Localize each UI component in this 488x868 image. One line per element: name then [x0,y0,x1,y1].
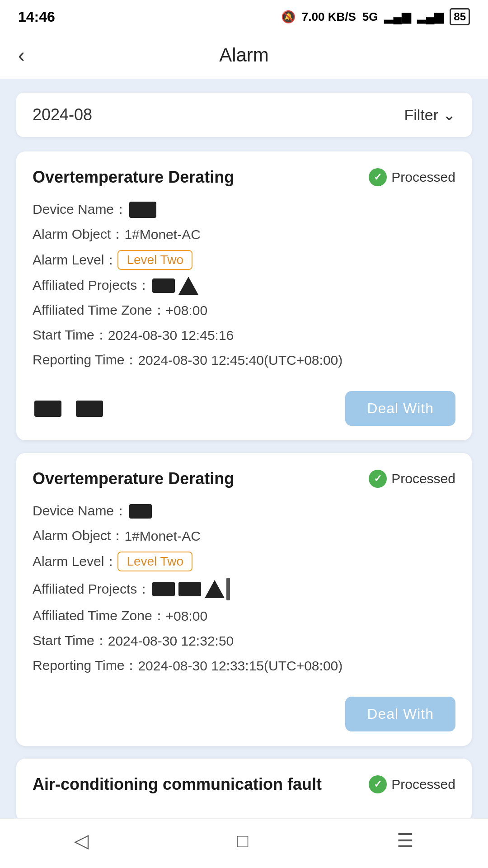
nav-menu-button[interactable]: ☰ [397,830,414,852]
status-badge-1: Processed [369,168,455,186]
device-name-redacted-2 [129,504,152,519]
affiliated-projects-redacted-2d [226,578,230,600]
affiliated-projects-label-2: Affiliated Projects： [33,580,150,599]
status-text-2: Processed [391,471,455,486]
card-header-1: Overtemperature Derating Processed [33,168,455,187]
alarm-card-2: Overtemperature Derating Processed Devic… [16,453,472,746]
filter-bar: 2024-08 Filter ⌄ [16,93,472,137]
footer-icons-1 [33,401,105,417]
back-button[interactable]: ‹ [18,44,25,66]
alarm-level-tag-1: Level Two [117,250,192,270]
status-text-3: Processed [391,777,455,792]
alarm-object-value-2: 1#Monet-AC [124,528,200,544]
status-badge-3: Processed [369,775,455,793]
alarm-title-1: Overtemperature Derating [33,168,369,187]
status-badge-2: Processed [369,470,455,488]
deal-with-button-1[interactable]: Deal With [345,391,455,426]
card-footer-2: Deal With [33,688,455,731]
reporting-time-value-2: 2024-08-30 12:33:15(UTC+08:00) [138,658,343,674]
filter-button[interactable]: Filter ⌄ [404,106,455,124]
affiliated-tz-label-2: Affiliated Time Zone： [33,607,166,625]
app-header: ‹ Alarm [0,32,488,79]
start-time-label-2: Start Time： [33,632,108,650]
affiliated-tz-row-1: Affiliated Time Zone： +08:00 [33,301,455,320]
network-5g-icon: 5G [362,10,378,24]
device-name-row-2: Device Name： [33,502,455,520]
signal-bars-icon: ▂▄▆ [384,10,410,24]
footer-icon-redacted-1a [34,401,61,417]
card-header-3: Air-conditioning communication fault Pro… [33,775,455,794]
card-footer-1: Deal With [33,382,455,426]
affiliated-tz-row-2: Affiliated Time Zone： +08:00 [33,607,455,625]
time-display: 14:46 [18,9,55,25]
start-time-value-2: 2024-08-30 12:32:50 [108,633,234,649]
processed-icon-3 [369,775,387,793]
affiliated-projects-row-1: Affiliated Projects： [33,276,455,295]
date-filter-value[interactable]: 2024-08 [33,105,92,124]
alarm-object-row-2: Alarm Object： 1#Monet-AC [33,527,455,545]
alarm-title-3: Air-conditioning communication fault [33,775,369,794]
alarm-level-row-1: Alarm Level： Level Two [33,250,455,270]
processed-icon-1 [369,168,387,186]
affiliated-projects-redacted-2a [152,582,175,596]
footer-icon-redacted-1b [76,401,103,417]
signal-bars-2-icon: ▂▄▆ [417,10,443,24]
alarm-level-label-1: Alarm Level： [33,251,117,269]
processed-icon-2 [369,470,387,488]
start-time-row-2: Start Time： 2024-08-30 12:32:50 [33,632,455,650]
alarm-card-3: Air-conditioning communication fault Pro… [16,759,472,822]
affiliated-tz-value-2: +08:00 [166,609,208,624]
affiliated-projects-redacted-tri-1 [178,277,198,295]
reporting-time-label-1: Reporting Time： [33,351,138,369]
alarm-object-row-1: Alarm Object： 1#Monet-AC [33,225,455,244]
reporting-time-row-2: Reporting Time： 2024-08-30 12:33:15(UTC+… [33,656,455,675]
reporting-time-label-2: Reporting Time： [33,656,138,675]
device-name-label-1: Device Name： [33,200,127,219]
card-header-2: Overtemperature Derating Processed [33,469,455,488]
device-name-label-2: Device Name： [33,502,127,520]
alarm-title-2: Overtemperature Derating [33,469,369,488]
main-content: 2024-08 Filter ⌄ Overtemperature Deratin… [0,79,488,848]
nav-home-button[interactable]: □ [237,830,248,852]
device-name-row-1: Device Name： [33,200,455,219]
reporting-time-value-1: 2024-08-30 12:45:40(UTC+08:00) [138,353,343,368]
alarm-level-label-2: Alarm Level： [33,552,117,571]
affiliated-tz-value-1: +08:00 [166,303,208,318]
alarm-level-row-2: Alarm Level： Level Two [33,552,455,571]
affiliated-projects-label-1: Affiliated Projects： [33,276,150,295]
affiliated-projects-row-2: Affiliated Projects： [33,578,455,600]
reporting-time-row-1: Reporting Time： 2024-08-30 12:45:40(UTC+… [33,351,455,369]
alarm-object-label-1: Alarm Object： [33,225,124,244]
speed-display: 7.00 KB/S [302,10,356,24]
status-bar: 14:46 🔕 7.00 KB/S 5G ▂▄▆ ▂▄▆ 85 [0,0,488,32]
status-icons: 🔕 7.00 KB/S 5G ▂▄▆ ▂▄▆ 85 [281,8,470,25]
battery-indicator: 85 [450,8,470,25]
chevron-down-icon: ⌄ [443,106,455,124]
affiliated-projects-redacted-2b [178,582,201,596]
mute-icon: 🔕 [281,10,296,24]
bottom-nav: ◁ □ ☰ [0,818,488,868]
deal-with-button-2[interactable]: Deal With [345,697,455,731]
start-time-value-1: 2024-08-30 12:45:16 [108,328,234,343]
start-time-label-1: Start Time： [33,326,108,344]
status-text-1: Processed [391,170,455,185]
page-title: Alarm [219,44,269,66]
affiliated-projects-redacted-2c [205,580,225,598]
affiliated-tz-label-1: Affiliated Time Zone： [33,301,166,320]
device-name-redacted-1 [129,202,156,218]
affiliated-projects-redacted-1 [152,278,175,293]
start-time-row-1: Start Time： 2024-08-30 12:45:16 [33,326,455,344]
alarm-card-1: Overtemperature Derating Processed Devic… [16,151,472,440]
alarm-level-tag-2: Level Two [117,552,192,571]
alarm-object-label-2: Alarm Object： [33,527,124,545]
alarm-object-value-1: 1#Monet-AC [124,227,200,242]
nav-back-button[interactable]: ◁ [74,830,89,852]
